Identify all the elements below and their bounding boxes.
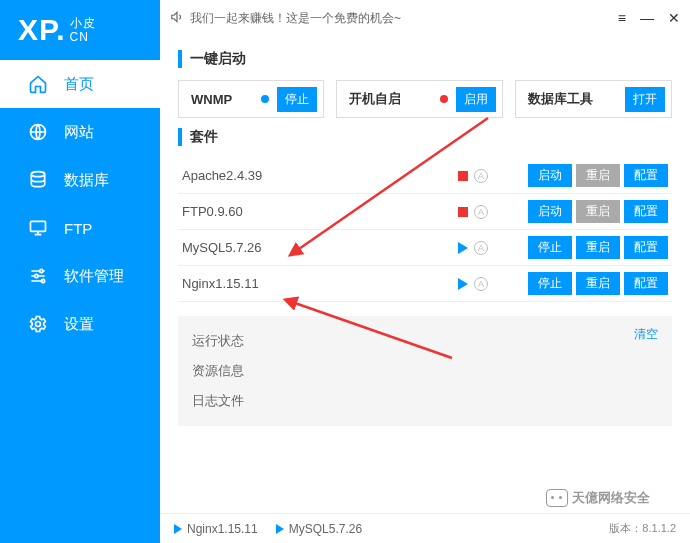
autostart-box: 开机自启 启用 bbox=[336, 80, 503, 118]
clear-link[interactable]: 清空 bbox=[634, 326, 658, 343]
svg-point-3 bbox=[40, 269, 43, 272]
main: 我们一起来赚钱！这是一个免费的机会~ ≡ — ✕ 一键启动 WNMP 停止 开机… bbox=[160, 0, 690, 543]
quickstart-row: WNMP 停止 开机自启 启用 数据库工具 打开 bbox=[178, 80, 672, 118]
sidebar-item-soft[interactable]: 软件管理 bbox=[0, 252, 160, 300]
service-start-button[interactable]: 启动 bbox=[528, 200, 572, 223]
dbtool-box: 数据库工具 打开 bbox=[515, 80, 672, 118]
sidebar-item-db[interactable]: 数据库 bbox=[0, 156, 160, 204]
panel-logs[interactable]: 日志文件 bbox=[192, 386, 658, 416]
section-kits-title: 套件 bbox=[178, 128, 672, 146]
service-restart-button[interactable]: 重启 bbox=[576, 236, 620, 259]
service-name: Nginx1.15.11 bbox=[182, 276, 458, 291]
footer-service: MySQL5.7.26 bbox=[276, 522, 362, 536]
service-name: Apache2.4.39 bbox=[182, 168, 458, 183]
wnmp-label: WNMP bbox=[191, 92, 232, 107]
autostart-enable-button[interactable]: 启用 bbox=[456, 87, 496, 112]
play-icon bbox=[458, 278, 468, 290]
sidebar-item-site[interactable]: 网站 bbox=[0, 108, 160, 156]
database-icon bbox=[28, 170, 50, 190]
service-start-button[interactable]: 停止 bbox=[528, 236, 572, 259]
titlebar: 我们一起来赚钱！这是一个免费的机会~ ≡ — ✕ bbox=[160, 0, 690, 36]
sidebar-item-label: 软件管理 bbox=[64, 267, 124, 286]
service-row: FTP0.9.60A启动重启配置 bbox=[178, 194, 672, 230]
minimize-icon[interactable]: — bbox=[640, 10, 654, 26]
stop-icon bbox=[458, 207, 468, 217]
service-restart-button[interactable]: 重启 bbox=[576, 272, 620, 295]
svg-point-4 bbox=[35, 274, 38, 277]
wnmp-stop-button[interactable]: 停止 bbox=[277, 87, 317, 112]
close-icon[interactable]: ✕ bbox=[668, 10, 680, 26]
service-start-button[interactable]: 停止 bbox=[528, 272, 572, 295]
sliders-icon bbox=[28, 266, 50, 286]
speaker-icon bbox=[170, 10, 184, 27]
wnmp-box: WNMP 停止 bbox=[178, 80, 324, 118]
svg-point-1 bbox=[31, 172, 44, 177]
service-config-button[interactable]: 配置 bbox=[624, 200, 668, 223]
service-name: FTP0.9.60 bbox=[182, 204, 458, 219]
footer-service: Nginx1.15.11 bbox=[174, 522, 258, 536]
dbtool-open-button[interactable]: 打开 bbox=[625, 87, 665, 112]
service-start-button[interactable]: 启动 bbox=[528, 164, 572, 187]
gear-icon bbox=[28, 314, 50, 334]
panel-resource[interactable]: 资源信息 bbox=[192, 356, 658, 386]
panel-status[interactable]: 运行状态 bbox=[192, 326, 658, 356]
service-config-button[interactable]: 配置 bbox=[624, 164, 668, 187]
sidebar-item-label: 网站 bbox=[64, 123, 94, 142]
home-icon bbox=[28, 74, 50, 94]
play-icon bbox=[174, 524, 182, 534]
svg-rect-2 bbox=[31, 221, 46, 231]
play-icon bbox=[276, 524, 284, 534]
sidebar: XP. 小皮 CN 首页网站数据库FTP软件管理设置 bbox=[0, 0, 160, 543]
service-row: Apache2.4.39A启动重启配置 bbox=[178, 158, 672, 194]
service-status: A bbox=[458, 241, 528, 255]
globe-icon bbox=[28, 122, 50, 142]
service-status: A bbox=[458, 277, 528, 291]
service-config-button[interactable]: 配置 bbox=[624, 236, 668, 259]
window-controls: ≡ — ✕ bbox=[618, 10, 680, 26]
status-dot-icon bbox=[440, 95, 448, 103]
logo-sub-top: 小皮 bbox=[70, 16, 96, 30]
autostart-label: 开机自启 bbox=[349, 90, 401, 108]
logo: XP. 小皮 CN bbox=[0, 0, 160, 60]
sidebar-item-label: 数据库 bbox=[64, 171, 109, 190]
service-status: A bbox=[458, 169, 528, 183]
info-a-icon: A bbox=[474, 169, 488, 183]
svg-point-6 bbox=[36, 322, 41, 327]
sidebar-item-label: FTP bbox=[64, 220, 92, 237]
service-row: Nginx1.15.11A停止重启配置 bbox=[178, 266, 672, 302]
sidebar-item-setting[interactable]: 设置 bbox=[0, 300, 160, 348]
info-a-icon: A bbox=[474, 241, 488, 255]
stop-icon bbox=[458, 171, 468, 181]
info-a-icon: A bbox=[474, 277, 488, 291]
content: 一键启动 WNMP 停止 开机自启 启用 数据库工具 打开 套件 Apache2… bbox=[160, 36, 690, 513]
logo-sub-bottom: CN bbox=[70, 30, 96, 44]
info-a-icon: A bbox=[474, 205, 488, 219]
section-quickstart-title: 一键启动 bbox=[178, 50, 672, 68]
menu-icon[interactable]: ≡ bbox=[618, 10, 626, 26]
service-restart-button[interactable]: 重启 bbox=[576, 200, 620, 223]
version-text: 版本：8.1.1.2 bbox=[609, 521, 676, 536]
sidebar-item-label: 设置 bbox=[64, 315, 94, 334]
service-status: A bbox=[458, 205, 528, 219]
service-row: MySQL5.7.26A停止重启配置 bbox=[178, 230, 672, 266]
ftp-icon bbox=[28, 218, 50, 238]
status-dot-icon bbox=[261, 95, 269, 103]
dbtool-label: 数据库工具 bbox=[528, 90, 593, 108]
play-icon bbox=[458, 242, 468, 254]
sidebar-item-label: 首页 bbox=[64, 75, 94, 94]
service-config-button[interactable]: 配置 bbox=[624, 272, 668, 295]
footer: Nginx1.15.11MySQL5.7.26 版本：8.1.1.2 bbox=[160, 513, 690, 543]
sidebar-item-ftp[interactable]: FTP bbox=[0, 204, 160, 252]
sidebar-item-home[interactable]: 首页 bbox=[0, 60, 160, 108]
service-restart-button[interactable]: 重启 bbox=[576, 164, 620, 187]
info-panel: 清空 运行状态 资源信息 日志文件 bbox=[178, 316, 672, 426]
logo-big: XP. bbox=[18, 13, 66, 47]
announcement-text: 我们一起来赚钱！这是一个免费的机会~ bbox=[190, 10, 401, 27]
service-name: MySQL5.7.26 bbox=[182, 240, 458, 255]
